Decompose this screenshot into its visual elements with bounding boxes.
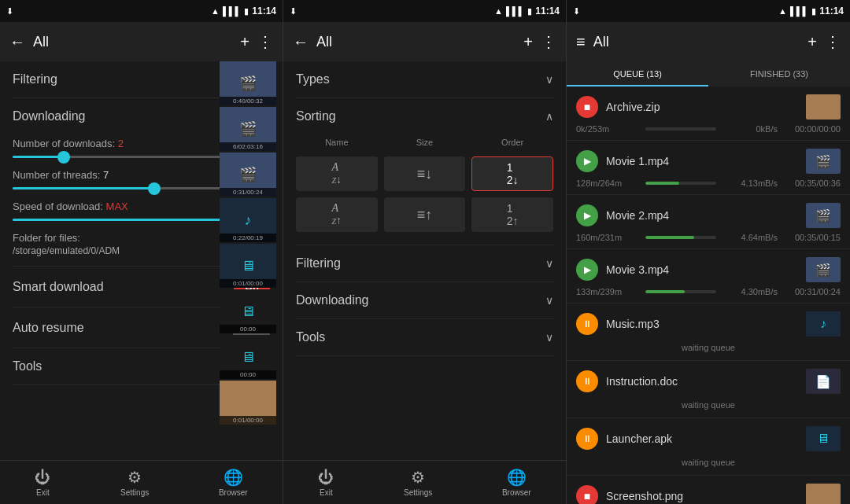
list-item[interactable]: ■ Screenshot.png 0k/11.1m 0kB/s 00:00/00… <box>567 476 850 504</box>
exit-button-1[interactable]: ⏻ Exit <box>35 469 50 497</box>
list-item[interactable]: ⏸ Launcher.apk 🖥 waiting queue <box>567 418 850 476</box>
browser-icon-1: 🌐 <box>224 468 243 487</box>
types-title: Types <box>296 72 330 86</box>
num-threads-label: Number of threads: 7 <box>13 169 270 181</box>
item-info-archive: 0k/253m <box>576 124 639 134</box>
item-icon-play-1: ▶ <box>576 150 598 172</box>
exit-label-2: Exit <box>320 488 333 497</box>
item-thumb-archive <box>806 94 841 120</box>
wifi-icon: ▲ <box>211 6 220 16</box>
item-time-movie2: 00:35/00:15 <box>784 233 841 242</box>
battery-icon-2: ▮ <box>527 6 532 17</box>
tabs-bar: QUEUE (13) FINISHED (33) <box>567 61 850 86</box>
sort-size-desc[interactable]: ≡↓ <box>384 156 466 191</box>
downloading2-arrow: ∨ <box>545 294 553 307</box>
status-bar-3: ⬇ ▲ ▌▌▌ ▮ 11:14 <box>567 0 850 22</box>
sorting-section-header[interactable]: Sorting ∧ <box>283 98 566 134</box>
item-name-music: Music.mp3 <box>606 318 798 330</box>
item-waiting-music: waiting queue <box>576 341 841 354</box>
add-button-2[interactable]: + <box>523 33 533 51</box>
types-section-header[interactable]: Types ∨ <box>283 61 566 97</box>
auto-resume-toggle[interactable]: Off <box>233 318 270 337</box>
add-button-3[interactable]: + <box>808 33 817 51</box>
tools-section-header[interactable]: Tools ∨ <box>0 348 283 384</box>
item-speed-movie3: 4.30mB/s <box>722 287 778 296</box>
list-item[interactable]: ▶ Movie 1.mp4 🎬 128m/264m 4.13mB/s 00:35… <box>567 141 850 195</box>
filtering-section-header[interactable]: Filtering ∨ <box>0 61 283 97</box>
item-speed-movie2: 4.64mB/s <box>722 233 778 242</box>
item-speed-archive: 0kB/s <box>722 124 778 134</box>
battery-icon-3: ▮ <box>811 6 816 17</box>
speed-slider[interactable] <box>13 219 270 221</box>
num-downloads-slider[interactable] <box>13 156 270 158</box>
settings-button-1[interactable]: ⚙ Settings <box>120 468 149 497</box>
num-threads-slider[interactable] <box>13 187 270 189</box>
filtering2-title: Filtering <box>296 256 341 270</box>
item-bar-movie1 <box>645 182 716 185</box>
downloading2-section-header[interactable]: Downloading ∨ <box>283 282 566 318</box>
folder-label: Folder for files: <box>13 232 270 244</box>
types-arrow: ∨ <box>545 73 553 86</box>
exit-label-1: Exit <box>36 488 50 497</box>
back-button-1[interactable]: ← <box>9 33 25 51</box>
browser-button-1[interactable]: 🌐 Browser <box>219 468 248 497</box>
sort-name-asc[interactable]: AZ↑ <box>296 197 378 232</box>
downloading2-title: Downloading <box>296 293 369 307</box>
item-info-movie3: 133m/239m <box>576 287 639 296</box>
sort-order-desc[interactable]: 12↓ <box>471 156 553 191</box>
tab-queue[interactable]: QUEUE (13) <box>567 61 708 86</box>
item-thumb-movie3: 🎬 <box>806 257 841 282</box>
menu-button-2[interactable]: ⋮ <box>541 32 556 51</box>
exit-button-2[interactable]: ⏻ Exit <box>318 469 334 497</box>
item-waiting-launcher: waiting queue <box>576 456 841 469</box>
menu-button-1[interactable]: ⋮ <box>257 32 273 51</box>
item-time-movie3: 00:31/00:24 <box>784 287 841 296</box>
tools2-section-header[interactable]: Tools ∨ <box>283 319 566 355</box>
exit-icon-2: ⏻ <box>318 469 334 487</box>
browser-icon-2: 🌐 <box>507 468 527 487</box>
item-icon-stop-2: ■ <box>576 485 598 504</box>
browser-button-2[interactable]: 🌐 Browser <box>502 468 531 497</box>
sort-filter-content: Types ∨ Sorting ∧ Name Size Order AZ↓ ≡↓… <box>283 61 566 460</box>
sort-name-desc-label: AZ↓ <box>332 161 342 186</box>
tools-title: Tools <box>13 359 42 373</box>
top-bar-3: ≡ All + ⋮ <box>567 22 850 61</box>
download-icon-2: ⬇ <box>290 6 297 17</box>
bottom-bar-1: ⏻ Exit ⚙ Settings 🌐 Browser <box>0 460 283 504</box>
list-item[interactable]: ⏸ Music.mp3 ♪ waiting queue <box>567 304 850 361</box>
sort-order-desc-label: 12↓ <box>507 161 519 186</box>
add-button-1[interactable]: + <box>240 33 249 51</box>
top-bar-2: ← All + ⋮ <box>283 22 566 61</box>
hamburger-button-3[interactable]: ≡ <box>576 33 586 51</box>
settings-button-2[interactable]: ⚙ Settings <box>404 468 432 497</box>
num-downloads-value: 2 <box>118 138 124 149</box>
item-name-screenshot: Screenshot.png <box>606 490 798 502</box>
item-time-movie1: 00:35/00:36 <box>784 178 841 188</box>
wifi-icon-2: ▲ <box>494 6 503 16</box>
sort-name-desc[interactable]: AZ↓ <box>296 156 378 191</box>
folder-path: /storage/emulated/0/ADM <box>13 245 270 256</box>
item-thumb-music: ♪ <box>806 311 841 337</box>
filtering2-section-header[interactable]: Filtering ∨ <box>283 245 566 281</box>
sort-size-desc-label: ≡↓ <box>417 166 433 182</box>
item-icon-pause-music: ⏸ <box>576 313 598 335</box>
downloading-content: Number of downloads: 2 Number of threads… <box>0 134 283 266</box>
tab-finished[interactable]: FINISHED (33) <box>708 61 850 86</box>
list-item[interactable]: ▶ Movie 2.mp4 🎬 160m/231m 4.64mB/s 00:35… <box>567 195 850 249</box>
downloading-section-header[interactable]: Downloading ∧ <box>0 98 283 134</box>
sort-order-asc[interactable]: 12↑ <box>471 197 553 232</box>
list-item[interactable]: ■ Archive.zip 0k/253m 0kB/s 00:00/00:00 <box>567 86 850 141</box>
sort-size-asc[interactable]: ≡↑ <box>384 197 466 232</box>
status-bar-1: ⬇ ▲ ▌▌▌ ▮ 11:14 <box>0 0 283 22</box>
list-item[interactable]: ⏸ Instruction.doc 📄 waiting queue <box>567 361 850 418</box>
sort-col-name: Name <box>296 138 378 147</box>
list-item[interactable]: ▶ Movie 3.mp4 🎬 133m/239m 4.30mB/s 00:31… <box>567 249 850 304</box>
speed-label: Speed of download: MAX <box>13 200 270 212</box>
status-time-2: 11:14 <box>535 6 560 17</box>
item-info-movie2: 160m/231m <box>576 233 639 242</box>
back-button-2[interactable]: ← <box>293 33 309 51</box>
item-thumb-movie2: 🎬 <box>806 203 841 228</box>
item-time-archive: 00:00/00:00 <box>784 124 841 134</box>
menu-button-3[interactable]: ⋮ <box>825 32 841 51</box>
smart-download-toggle[interactable]: On <box>234 278 270 296</box>
